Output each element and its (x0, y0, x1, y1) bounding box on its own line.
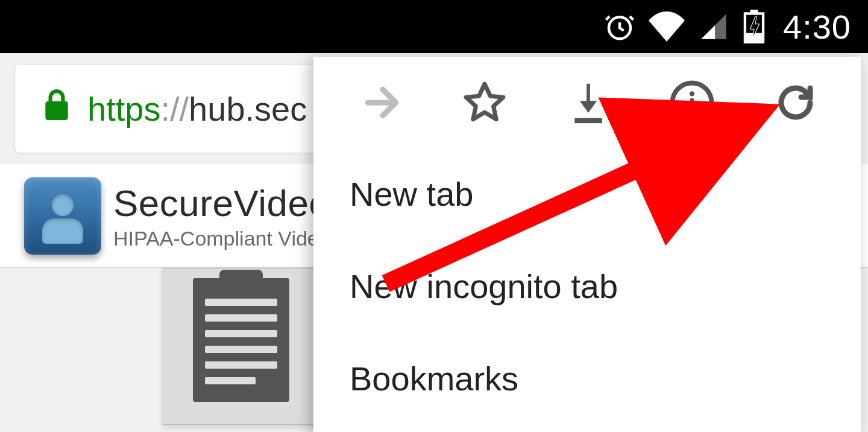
battery-charging-icon (742, 10, 766, 43)
wifi-icon (648, 11, 685, 42)
svg-rect-5 (574, 118, 602, 123)
status-time: 4:30 (783, 7, 851, 46)
menu-item-new-tab[interactable]: New tab (313, 148, 861, 240)
overflow-menu: New tab New incognito tab Bookmarks (313, 57, 861, 432)
clipboard-icon (193, 278, 289, 402)
url-protocol: https (87, 90, 160, 128)
svg-point-7 (690, 91, 694, 96)
download-button[interactable] (552, 80, 624, 125)
forward-button[interactable] (345, 80, 417, 125)
status-bar: 4:30 (0, 0, 868, 53)
url-separator: :// (160, 90, 189, 128)
alarm-icon (603, 10, 636, 43)
cellular-signal-icon (697, 11, 730, 42)
bookmark-star-button[interactable] (448, 79, 521, 126)
menu-item-bookmarks[interactable]: Bookmarks (313, 332, 861, 425)
reload-button[interactable] (760, 81, 832, 124)
url-text: https://hub.sec (87, 89, 307, 129)
lock-icon (44, 89, 69, 129)
site-logo-icon (24, 177, 101, 255)
page-info-button[interactable] (656, 79, 728, 126)
url-host: hub.sec (189, 90, 307, 128)
menu-icon-row (313, 57, 861, 148)
svg-rect-2 (750, 10, 758, 13)
svg-rect-4 (45, 101, 68, 119)
menu-item-new-incognito-tab[interactable]: New incognito tab (313, 240, 861, 332)
clipboard-card[interactable] (163, 268, 319, 425)
